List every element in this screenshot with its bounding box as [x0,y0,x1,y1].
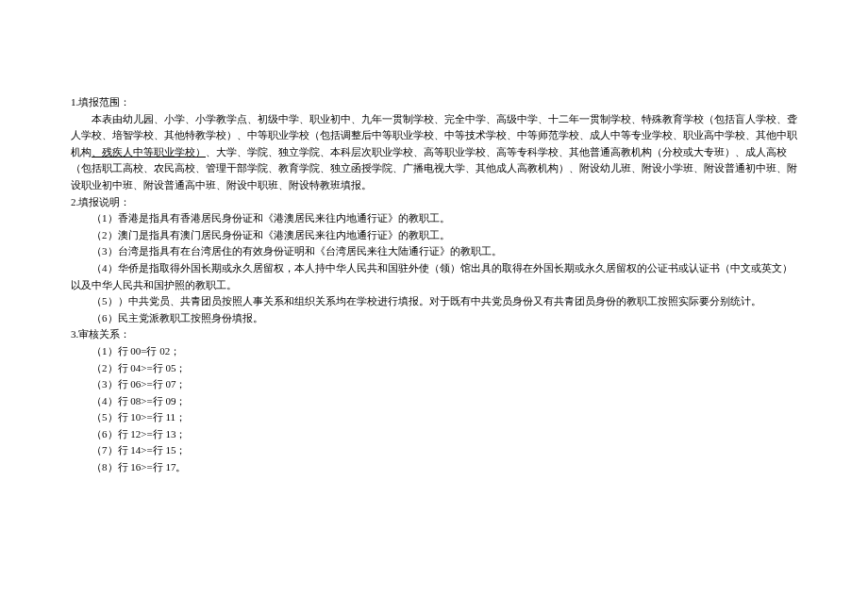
section-2-item-4: （4）华侨是指取得外国长期或永久居留权，本人持中华人民共和国驻外使（领）馆出具的… [71,260,797,293]
section-3: 3.审核关系： （1）行 00=行 02； （2）行 04>=行 05； （3）… [71,326,797,475]
section-3-item-8: （8）行 16>=行 17。 [71,459,797,476]
section-2-item-3: （3）台湾是指具有在台湾居住的有效身份证明和《台湾居民来往大陆通行证》的教职工。 [71,243,797,260]
section-1: 1.填报范围： 本表由幼儿园、小学、小学教学点、初级中学、职业初中、九年一贯制学… [71,94,797,194]
section-1-body-underline: 、残疾人中等职业学校） [92,146,206,158]
section-2-item-6: （6）民主党派教职工按照身份填报。 [71,310,797,327]
section-2-header: 2.填报说明： [71,194,797,211]
section-3-item-7: （7）行 14>=行 15； [71,442,797,459]
section-3-header: 3.审核关系： [71,326,797,343]
section-2: 2.填报说明： （1）香港是指具有香港居民身份证和《港澳居民来往内地通行证》的教… [71,194,797,327]
section-3-item-5: （5）行 10>=行 11； [71,409,797,426]
section-2-item-2: （2）澳门是指具有澳门居民身份证和《港澳居民来往内地通行证》的教职工。 [71,227,797,244]
section-3-item-2: （2）行 04>=行 05； [71,360,797,377]
section-1-body: 本表由幼儿园、小学、小学教学点、初级中学、职业初中、九年一贯制学校、完全中学、高… [71,111,797,194]
section-3-item-1: （1）行 00=行 02； [71,343,797,360]
section-2-item-5: （5））中共党员、共青团员按照人事关系和组织关系均在学校进行填报。对于既有中共党… [71,293,797,310]
section-3-item-6: （6）行 12>=行 13； [71,426,797,443]
section-2-item-1: （1）香港是指具有香港居民身份证和《港澳居民来往内地通行证》的教职工。 [71,210,797,227]
section-3-item-4: （4）行 08>=行 09； [71,393,797,410]
section-3-item-3: （3）行 06>=行 07； [71,376,797,393]
section-1-header: 1.填报范围： [71,94,797,111]
